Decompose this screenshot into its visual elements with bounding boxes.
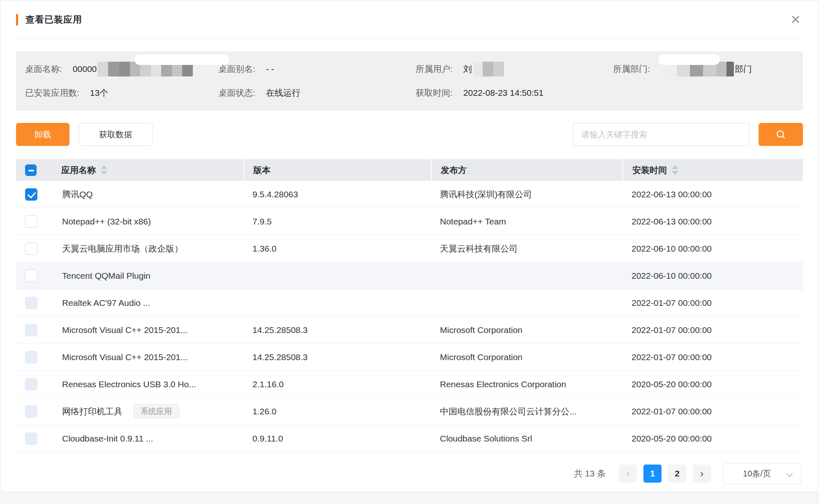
app-version: 1.36.0 [243,235,431,262]
table-row[interactable]: Microsoft Visual C++ 2015-201... 14.25.2… [16,344,803,371]
installed-count-value: 13个 [90,87,108,99]
table-row[interactable]: 网络打印机工具 系统应用 1.26.0 中国电信股份有限公司云计算分公... 2… [16,398,803,425]
desktop-status-value: 在线运行 [266,87,301,99]
fetch-data-button[interactable]: 获取数据 [79,123,153,146]
header-version: 版本 [243,159,431,181]
table-row[interactable]: Realtek AC'97 Audio ... 2022-01-07 00:00… [16,289,803,317]
info-row-1: 桌面名称: 00000 桌面别名: - - 所属用户: 刘 所属部门: 部门 [25,57,794,81]
table-row[interactable]: Microsoft Visual C++ 2015-201... 14.25.2… [16,317,803,344]
app-version: 9.5.4.28063 [243,181,431,208]
row-checkbox[interactable] [25,188,37,201]
row-checkbox[interactable] [25,243,37,255]
app-name: 腾讯QQ [62,189,93,200]
app-name: Cloudbase-Init 0.9.11 ... [62,434,153,444]
sort-icon[interactable] [101,165,107,175]
table-row[interactable]: Notepad++ (32-bit x86) 7.9.5 Notepad++ T… [16,208,803,235]
table-row[interactable]: 腾讯QQ 9.5.4.28063 腾讯科技(深圳)有限公司 2022-06-13… [16,181,803,208]
app-install-time: 2022-01-07 00:00:00 [622,344,803,370]
prev-page-button[interactable]: ‹ [619,465,637,483]
app-install-time: 2022-06-10 00:00:00 [622,262,803,289]
app-install-time: 2022-06-13 00:00:00 [622,208,803,235]
header-install-time[interactable]: 安装时间 [622,159,803,181]
desktop-status-label: 桌面状态: [218,87,255,99]
search-input[interactable] [573,123,750,146]
fetch-time-label: 获取时间: [416,87,453,99]
redaction-blob [134,54,229,65]
installed-apps-table: 应用名称 版本 发布方 安装时间 腾讯QQ 9.5.4.28063 [16,159,803,452]
app-install-time: 2022-01-07 00:00:00 [622,289,803,316]
app-publisher: Notepad++ Team [431,208,622,235]
row-checkbox [25,351,37,363]
toolbar: 卸载 获取数据 [16,123,803,146]
installed-count-field: 已安装应用数: 13个 [25,87,218,99]
app-publisher: 中国电信股份有限公司云计算分公... [431,398,622,425]
search-button[interactable] [759,123,803,146]
chevron-down-icon [787,471,793,477]
system-app-badge: 系统应用 [133,404,179,418]
title-accent-bar [16,14,18,25]
table-row[interactable]: Cloudbase-Init 0.9.11 ... 0.9.11.0 Cloud… [16,425,803,452]
table-row[interactable]: 天翼云电脑应用市场（政企版） 1.36.0 天翼云科技有限公司 2022-06-… [16,235,803,262]
table-header: 应用名称 版本 发布方 安装时间 [16,159,803,181]
desktop-name-label: 桌面名称: [25,63,62,75]
table-row[interactable]: Renesas Electronics USB 3.0 Ho... 2.1.16… [16,371,803,398]
dialog-header: 查看已装应用 ✕ [16,0,803,39]
app-install-time: 2020-05-20 00:00:00 [622,425,803,452]
sort-icon[interactable] [672,165,678,175]
owner-value: 刘 [463,62,504,76]
pagination: 共 13 条 ‹ 1 2 › 10条/页 [16,463,803,484]
page-size-select[interactable]: 10条/页 [723,463,801,484]
row-checkbox [25,378,37,391]
sort-desc-icon [672,171,678,175]
department-field: 所属部门: 部门 [613,62,794,76]
app-name: Microsoft Visual C++ 2015-201... [62,352,187,362]
app-name: Renesas Electronics USB 3.0 Ho... [62,379,196,389]
header-publisher: 发布方 [431,159,622,181]
header-app-name[interactable]: 应用名称 [16,159,243,181]
sort-desc-icon [101,171,107,175]
page-button-1[interactable]: 1 [643,465,662,483]
close-icon[interactable]: ✕ [787,10,805,28]
app-publisher: Microsoft Corporation [431,344,622,370]
select-all-checkbox[interactable] [25,164,37,176]
desktop-alias-label: 桌面别名: [218,63,255,75]
desktop-alias-value: - - [266,64,274,74]
app-version: 1.26.0 [243,398,431,425]
app-install-time: 2020-05-20 00:00:00 [622,371,803,398]
app-name: Microsoft Visual C++ 2015-201... [62,325,187,335]
page-button-2[interactable]: 2 [668,465,686,483]
row-checkbox[interactable] [25,270,37,282]
search-icon [775,129,787,140]
fetch-time-field: 获取时间: 2022-08-23 14:50:51 [416,87,613,99]
app-publisher: Renesas Electronics Corporation [431,371,622,398]
app-name: 天翼云电脑应用市场（政企版） [62,243,183,254]
app-version: 14.25.28508.3 [243,344,431,370]
redacted-desktop-name [97,62,193,76]
row-checkbox [25,324,37,336]
app-name: Realtek AC'97 Audio ... [62,298,150,308]
app-publisher: 腾讯科技(深圳)有限公司 [431,181,622,208]
next-page-button[interactable]: › [693,465,711,483]
owner-label: 所属用户: [416,63,453,75]
desktop-status-field: 桌面状态: 在线运行 [218,87,416,99]
app-name: Notepad++ (32-bit x86) [62,217,151,227]
redacted-department [661,62,734,76]
app-publisher [431,262,622,289]
table-row[interactable]: Tencent QQMail Plugin 2022-06-10 00:00:0… [16,262,803,289]
installed-count-label: 已安装应用数: [25,87,79,99]
department-label: 所属部门: [613,63,650,75]
row-checkbox[interactable] [25,215,37,228]
app-version [243,262,431,289]
row-checkbox [25,297,37,309]
app-version: 14.25.28508.3 [243,317,431,343]
sort-asc-icon [101,165,107,169]
redaction-blob [658,54,720,65]
app-version: 0.9.11.0 [243,425,431,452]
uninstall-button[interactable]: 卸载 [16,123,69,146]
app-name: 网络打印机工具 [62,406,123,417]
fetch-time-value: 2022-08-23 14:50:51 [463,88,544,98]
dialog-title: 查看已装应用 [25,14,82,26]
app-publisher: 天翼云科技有限公司 [431,235,622,262]
app-install-time: 2022-06-13 00:00:00 [622,181,803,208]
owner-field: 所属用户: 刘 [416,62,613,76]
